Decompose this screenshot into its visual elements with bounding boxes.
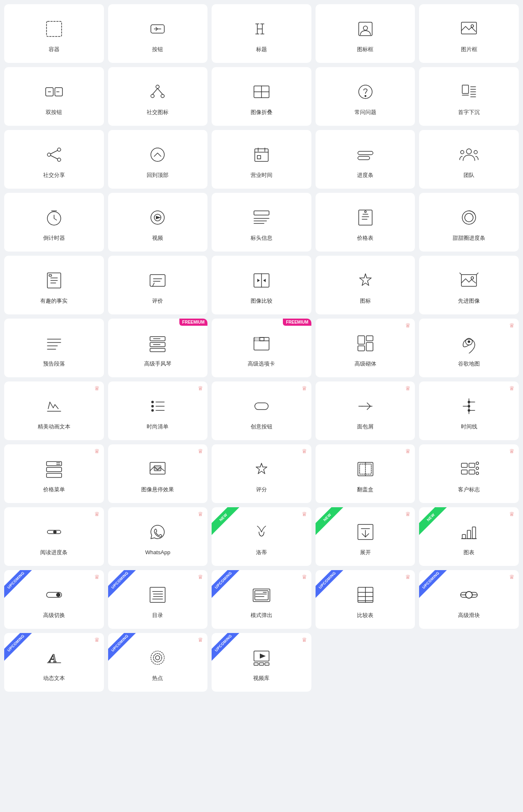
card-timeline[interactable]: ♕时间线: [419, 381, 519, 440]
card-label-dynamic-text: 动态文本: [43, 675, 65, 682]
card-icons[interactable]: 图标: [316, 256, 415, 314]
svg-point-3: [363, 26, 368, 30]
card-image-hover[interactable]: ♕图像悬停效果: [108, 444, 208, 503]
card-advanced-slider[interactable]: UPCOMING♕高级滑块: [419, 570, 519, 629]
card-modal-popup[interactable]: UPCOMING♕模式弹出: [212, 570, 311, 629]
svg-line-21: [51, 156, 57, 159]
card-label-advanced-posts: 高级砌体: [355, 360, 376, 368]
ribbon-upcoming: UPCOMING: [316, 570, 345, 599]
crown-icon: ♕: [94, 511, 100, 517]
card-comparison-table[interactable]: UPCOMING♕比较表: [316, 570, 415, 629]
card-label-advanced-slider: 高级滑块: [458, 612, 480, 619]
crown-icon: ♕: [302, 511, 307, 517]
card-client-logo[interactable]: ♕客户标志: [419, 444, 519, 503]
card-icon-reading-progress: [42, 520, 66, 544]
card-progress-bar[interactable]: 进度条: [316, 130, 415, 189]
card-google-maps[interactable]: ♕谷歌地图: [419, 319, 519, 377]
card-label-lottie: 洛蒂: [256, 549, 267, 556]
card-reviews[interactable]: 评价: [108, 256, 208, 314]
card-candy-progress[interactable]: 甜甜圈进度条: [419, 193, 519, 252]
card-image-frame[interactable]: 图片框: [419, 4, 519, 63]
card-icon-image-compare: [250, 269, 273, 292]
svg-marker-52: [263, 279, 266, 282]
card-label-social-share: 社交分享: [43, 171, 65, 179]
card-title[interactable]: 标题: [212, 4, 311, 63]
svg-point-28: [474, 150, 477, 154]
card-icon-countdown: [42, 206, 66, 229]
card-label-image-frame: 图片框: [461, 46, 477, 53]
card-label-image-hover: 图像悬停效果: [141, 486, 174, 493]
card-chart[interactable]: NEW♕图表: [419, 507, 519, 566]
card-label-star-rating: 评分: [256, 486, 267, 493]
card-advanced-image[interactable]: 先进图像: [419, 256, 519, 314]
card-flip-box[interactable]: ♕翻盖盒: [316, 444, 415, 503]
badge-freemium: FREEMIUM: [283, 319, 311, 326]
card-whatsapp[interactable]: ♕WhatsApp: [108, 507, 208, 566]
crown-icon: ♕: [198, 573, 203, 580]
card-hotspot[interactable]: UPCOMING♕热点: [108, 633, 208, 692]
card-social-share[interactable]: 社交分享: [4, 130, 104, 189]
card-icon-candy-progress: [457, 206, 481, 229]
card-breadcrumb[interactable]: ♕面包屑: [316, 381, 415, 440]
card-advanced-tabs[interactable]: FREEMIUM高级选项卡: [212, 319, 311, 377]
svg-line-11: [153, 88, 158, 94]
card-advanced-posts[interactable]: ♕高级砌体: [316, 319, 415, 377]
card-button[interactable]: 按钮: [108, 4, 208, 63]
card-icon-animated-text: [42, 394, 66, 418]
card-label-price-table: 价格表: [357, 234, 373, 242]
card-image-fold[interactable]: 图像折叠: [212, 67, 311, 126]
card-advanced-toggle[interactable]: UPCOMING♕高级切换: [4, 570, 104, 629]
card-icon-faq: [354, 80, 377, 104]
card-icon-stylish-list: [146, 394, 169, 418]
ribbon-upcoming: UPCOMING: [4, 633, 34, 662]
card-advanced-accordion[interactable]: FREEMIUM高级手风琴: [108, 319, 208, 377]
svg-rect-23: [255, 149, 268, 161]
card-social-icon[interactable]: 社交图标: [108, 67, 208, 126]
card-icon-frame[interactable]: 图标框: [316, 4, 415, 63]
svg-rect-45: [49, 275, 52, 276]
widget-grid: 容器按钮标题图标框图片框双按钮社交图标图像折叠常问问题首字下沉社交分享回到顶部营…: [0, 0, 523, 696]
card-back-to-top[interactable]: 回到顶部: [108, 130, 208, 189]
card-price-menu[interactable]: ♕价格菜单: [4, 444, 104, 503]
card-container[interactable]: 容器: [4, 4, 104, 63]
card-expand[interactable]: NEW♕展开: [316, 507, 415, 566]
card-header-info[interactable]: 标头信息: [212, 193, 311, 252]
card-drop-cap[interactable]: 首字下沉: [419, 67, 519, 126]
crown-icon: ♕: [405, 573, 411, 580]
crown-icon: ♕: [94, 573, 100, 580]
svg-rect-102: [469, 463, 475, 467]
ribbon-new: NEW: [212, 507, 241, 537]
card-creative-button[interactable]: ♕创意按钮: [212, 381, 311, 440]
crown-icon: ♕: [509, 385, 515, 392]
card-animated-text[interactable]: ♕精美动画文本: [4, 381, 104, 440]
svg-rect-113: [462, 534, 466, 539]
card-star-rating[interactable]: ♕评分: [212, 444, 311, 503]
crown-icon: ♕: [405, 448, 411, 454]
svg-point-9: [151, 94, 154, 98]
card-reading-progress[interactable]: ♕阅读进度条: [4, 507, 104, 566]
card-dynamic-text[interactable]: UPCOMING♕A动态文本: [4, 633, 104, 692]
card-stylish-list[interactable]: ♕时尚清单: [108, 381, 208, 440]
card-business-hours[interactable]: 营业时间: [212, 130, 311, 189]
card-label-button: 按钮: [152, 46, 163, 53]
card-icon-hotspot: [146, 646, 169, 669]
card-price-table[interactable]: 价格表: [316, 193, 415, 252]
card-label-icon-frame: 图标框: [357, 46, 373, 53]
card-label-container: 容器: [49, 46, 60, 53]
card-promo-text[interactable]: 预告段落: [4, 319, 104, 377]
card-table-of-contents[interactable]: UPCOMING♕目录: [108, 570, 208, 629]
card-icon-price-table: [354, 206, 377, 229]
card-image-compare[interactable]: 图像比较: [212, 256, 311, 314]
card-faq[interactable]: 常问问题: [316, 67, 415, 126]
card-icon-modal-popup: [250, 583, 273, 607]
card-team[interactable]: 团队: [419, 130, 519, 189]
card-countdown[interactable]: 倒计时器: [4, 193, 104, 252]
card-dual-button[interactable]: 双按钮: [4, 67, 104, 126]
card-video[interactable]: 视频: [108, 193, 208, 252]
card-label-dual-button: 双按钮: [46, 109, 62, 116]
card-lottie[interactable]: NEW♕洛蒂: [212, 507, 311, 566]
card-fun-facts[interactable]: 有趣的事实: [4, 256, 104, 314]
svg-marker-51: [257, 279, 260, 282]
card-label-advanced-accordion: 高级手风琴: [144, 360, 171, 368]
card-video-gallery[interactable]: UPCOMING♕视频库: [212, 633, 311, 692]
